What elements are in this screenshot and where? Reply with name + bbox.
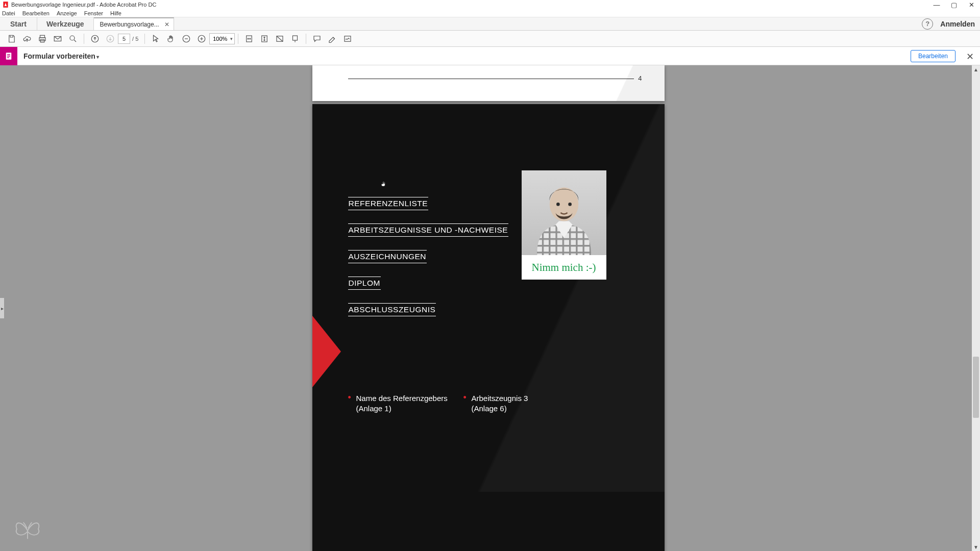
svg-point-23: [556, 203, 560, 206]
window-title: Bewerbungsvorlage Ingenieur.pdf - Adobe …: [11, 2, 928, 8]
heading-abschlusszeugnis: ABSCHLUSSZEUGNIS: [348, 303, 436, 316]
attachment-right-line2: (Anlage 6): [463, 404, 579, 413]
page-5: REFERENZENLISTE ARBEITSZEUGNISSE UND -NA…: [312, 104, 665, 551]
chevron-down-icon: ▾: [96, 54, 99, 60]
main-tab-bar: Start Werkzeuge Bewerbungsvorlage... ✕ ?…: [0, 17, 980, 31]
help-icon[interactable]: ?: [922, 18, 933, 30]
tab-werkzeuge[interactable]: Werkzeuge: [37, 17, 94, 30]
prev-page-icon[interactable]: [88, 32, 102, 45]
attachment-left-line2: (Anlage 1): [348, 404, 463, 413]
page-4-number: 4: [638, 74, 642, 82]
butterfly-watermark-icon: [12, 516, 43, 542]
menu-anzeige[interactable]: Anzeige: [57, 10, 77, 16]
pointer-cursor-icon: [380, 180, 387, 189]
scroll-up-icon[interactable]: ▲: [972, 65, 980, 73]
svg-rect-0: [40, 35, 45, 38]
comment-icon[interactable]: [310, 32, 324, 45]
vertical-scrollbar[interactable]: ▲ ▼: [972, 65, 980, 551]
fit-page-icon[interactable]: [258, 32, 271, 45]
svg-rect-16: [7, 56, 10, 57]
svg-rect-17: [7, 57, 9, 58]
maximize-button[interactable]: ▢: [945, 0, 963, 9]
svg-rect-12: [293, 36, 298, 40]
search-icon[interactable]: [66, 32, 80, 45]
save-icon[interactable]: [5, 32, 18, 45]
minimize-button[interactable]: —: [928, 0, 945, 9]
close-tab-icon[interactable]: ✕: [164, 21, 169, 28]
cloud-icon[interactable]: [20, 32, 34, 45]
svg-rect-15: [7, 54, 10, 55]
section-headings: REFERENZENLISTE ARBEITSZEUGNISSE UND -NA…: [348, 197, 509, 330]
menu-hilfe[interactable]: Hilfe: [110, 10, 121, 16]
toolbar: / 5 100%: [0, 31, 980, 47]
acrobat-icon: [2, 1, 9, 8]
attachment-right-line1: Arbeitszeugnis 3: [463, 392, 579, 404]
document-tab[interactable]: Bewerbungsvorlage... ✕: [94, 17, 174, 30]
heading-referenzenliste: REFERENZENLISTE: [348, 197, 429, 210]
fullscreen-icon[interactable]: [273, 32, 286, 45]
applicant-photo-card: Nimm mich :-): [522, 170, 606, 280]
tab-start[interactable]: Start: [0, 17, 37, 30]
svg-point-24: [568, 203, 572, 206]
close-toolstrip-icon[interactable]: ✕: [966, 51, 974, 62]
document-tab-label: Bewerbungsvorlage...: [100, 21, 159, 28]
fit-width-icon[interactable]: [242, 32, 256, 45]
attachments-list: Name des Referenzgebers (Anlage 1) Arbei…: [348, 392, 579, 413]
attachment-left-line1: Name des Referenzgebers: [348, 392, 463, 404]
mail-icon[interactable]: [51, 32, 64, 45]
page-total-label: / 5: [132, 36, 138, 42]
close-window-button[interactable]: ✕: [963, 0, 980, 9]
page-number-input[interactable]: [118, 34, 130, 44]
tool-strip: Formular vorbereiten▾ Bearbeiten ✕: [0, 47, 980, 65]
menu-datei[interactable]: Datei: [2, 10, 15, 16]
scroll-down-icon[interactable]: ▼: [972, 543, 980, 551]
form-tool-badge-icon[interactable]: [0, 47, 17, 65]
print-icon[interactable]: [36, 32, 49, 45]
red-triangle-accent: [312, 316, 341, 387]
left-panel-toggle[interactable]: ▸: [0, 298, 4, 318]
svg-point-4: [70, 36, 75, 40]
menu-bearbeiten[interactable]: Bearbeiten: [22, 10, 50, 16]
title-bar: Bewerbungsvorlage Ingenieur.pdf - Adobe …: [0, 0, 980, 9]
tool-name[interactable]: Formular vorbereiten▾: [23, 52, 99, 60]
page-4: 4: [312, 65, 665, 101]
scrollbar-thumb[interactable]: [973, 357, 979, 418]
heading-auszeichnungen: AUSZEICHNUNGEN: [348, 250, 427, 263]
bearbeiten-button[interactable]: Bearbeiten: [911, 50, 955, 62]
svg-point-22: [549, 187, 578, 221]
next-page-icon[interactable]: [104, 32, 117, 45]
photo-caption: Nimm mich :-): [522, 255, 606, 280]
sign-in-link[interactable]: Anmelden: [940, 20, 975, 28]
svg-rect-13: [345, 36, 351, 41]
zoom-out-icon[interactable]: [180, 32, 193, 45]
pointer-icon[interactable]: [149, 32, 162, 45]
applicant-photo: [522, 170, 606, 255]
heading-arbeitszeugnisse: ARBEITSZEUGNISSE UND -NACHWEISE: [348, 223, 509, 237]
highlight-icon[interactable]: [326, 32, 339, 45]
heading-diplom: DIPLOM: [348, 277, 381, 290]
menu-fenster[interactable]: Fenster: [84, 10, 103, 16]
zoom-select[interactable]: 100%: [209, 33, 235, 44]
hand-icon[interactable]: [164, 32, 178, 45]
menu-bar: Datei Bearbeiten Anzeige Fenster Hilfe: [0, 9, 980, 17]
read-aloud-icon[interactable]: [288, 32, 302, 45]
signature-icon[interactable]: [341, 32, 354, 45]
zoom-in-icon[interactable]: [195, 32, 208, 45]
document-viewport: ▸ 4 REFERENZENLISTE ARBEITSZEUGNISSE UND…: [0, 65, 980, 551]
